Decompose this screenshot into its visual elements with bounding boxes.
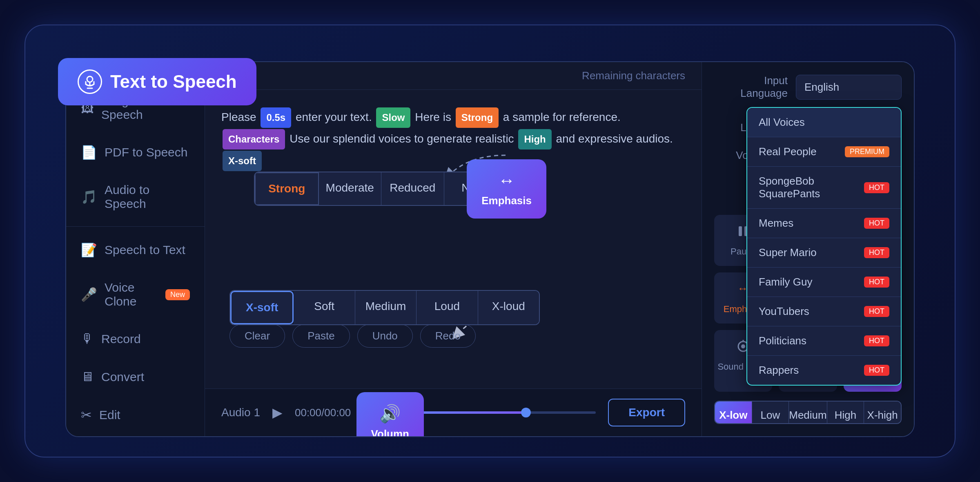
dropdown-family-guy[interactable]: Family Guy HOT (747, 268, 901, 297)
main-content: Remaining characters Please 0.5s enter y… (205, 62, 702, 436)
outer-frame: Text to Speech 🖼 Image to Speech 📄 PDF t… (24, 25, 956, 457)
progress-dot (521, 408, 531, 417)
emphasis-reduced[interactable]: Reduced (381, 172, 444, 205)
tag-slow: Slow (376, 107, 410, 128)
input-language-label: Input Language (714, 74, 788, 100)
hot-badge-memes: HOT (864, 218, 889, 229)
volume-label: Volumn (371, 428, 409, 437)
emphasis-moderate[interactable]: Moderate (319, 172, 382, 205)
logo-text: Text to Speech (110, 71, 237, 92)
input-language-value[interactable]: English (796, 75, 902, 100)
dropdown-all-voices[interactable]: All Voices (747, 108, 901, 137)
new-badge: New (165, 289, 190, 300)
tag-0-5s: 0.5s (261, 107, 291, 128)
clear-button[interactable]: Clear (229, 324, 285, 348)
pitch-bar: X-low Low Medium High X-high (714, 401, 902, 424)
record-icon: 🎙 (81, 331, 94, 346)
export-button[interactable]: Export (608, 399, 685, 426)
pitch-xhigh[interactable]: X-high (864, 402, 901, 423)
sidebar-item-speech-to-text[interactable]: 📝 Speech to Text (66, 231, 205, 269)
redo-button[interactable]: Redo (420, 324, 476, 348)
speech-text-icon: 📝 (81, 242, 97, 258)
sidebar-item-record[interactable]: 🎙 Record (66, 320, 205, 358)
dropdown-real-people[interactable]: Real People PREMIUM (747, 137, 901, 167)
text-editor[interactable]: Please 0.5s enter your text. Slow Here i… (205, 90, 702, 388)
pdf-icon: 📄 (81, 145, 97, 160)
hot-badge-politicians: HOT (864, 335, 889, 346)
audio-icon: 🎵 (81, 189, 97, 205)
paste-button[interactable]: Paste (292, 324, 350, 348)
dropdown-memes[interactable]: Memes HOT (747, 209, 901, 238)
tag-characters: Characters (223, 129, 285, 150)
dropdown-youtubers[interactable]: YouTubers HOT (747, 297, 901, 326)
audio-label: Audio 1 (221, 406, 260, 419)
svg-point-0 (87, 76, 93, 82)
pitch-xlow[interactable]: X-low (715, 402, 752, 423)
volume-xloud[interactable]: X-loud (478, 291, 539, 324)
hot-badge-mario: HOT (864, 247, 889, 258)
sidebar-item-edit[interactable]: ✂ Edit (66, 396, 205, 434)
emphasis-popup: ↔ Emphasis (467, 159, 546, 219)
emphasis-strong[interactable]: Strong (255, 172, 319, 205)
input-language-row: Input Language English (714, 74, 902, 100)
logo-badge: Text to Speech (58, 58, 256, 105)
remaining-bar: Remaining characters (205, 62, 702, 90)
audio-player: Audio 1 ▶ 00:00/00:00 Export (205, 388, 702, 436)
convert-icon: 🖥 (81, 369, 94, 384)
logo-icon (78, 69, 102, 94)
edit-icon: ✂ (81, 407, 92, 423)
dropdown-spongebob[interactable]: SpongeBob SquarePants HOT (747, 167, 901, 209)
hot-badge-rappers: HOT (864, 365, 889, 376)
time-label: 00:00/00:00 (295, 406, 351, 419)
sidebar: 🖼 Image to Speech 📄 PDF to Speech 🎵 Audi… (66, 62, 205, 436)
volume-popup: 🔊 Volumn (356, 392, 424, 437)
play-button[interactable]: ▶ (272, 405, 283, 420)
emphasis-label: Emphasis (481, 194, 532, 207)
hot-badge-spongebob: HOT (864, 182, 889, 193)
hot-badge-youtubers: HOT (864, 306, 889, 317)
sidebar-item-voice-clone[interactable]: 🎤 Voice Clone New (66, 269, 205, 320)
svg-point-17 (741, 344, 745, 348)
dropdown-menu: All Voices Real People PREMIUM SpongeBob… (746, 107, 902, 386)
editor-toolbar: Clear Paste Undo Redo (205, 316, 476, 348)
pitch-high[interactable]: High (827, 402, 864, 423)
premium-badge: PREMIUM (845, 146, 889, 157)
pitch-medium[interactable]: Medium (789, 402, 827, 423)
sidebar-item-pdf-to-speech[interactable]: 📄 PDF to Speech (66, 133, 205, 172)
voice-clone-icon: 🎤 (81, 287, 97, 302)
dropdown-rappers[interactable]: Rappers HOT (747, 356, 901, 385)
emphasis-icon: ↔ (498, 171, 515, 190)
dropdown-super-mario[interactable]: Super Mario HOT (747, 238, 901, 268)
tag-strong: Strong (456, 107, 499, 128)
volume-icon: 🔊 (379, 404, 401, 424)
right-panel: Input Language English Output Language E… (702, 62, 914, 436)
hot-badge-family-guy: HOT (864, 277, 889, 288)
app-window: 🖼 Image to Speech 📄 PDF to Speech 🎵 Audi… (65, 61, 915, 437)
sidebar-item-convert[interactable]: 🖥 Convert (66, 358, 205, 396)
dropdown-politicians[interactable]: Politicians HOT (747, 326, 901, 356)
pitch-low[interactable]: Low (752, 402, 789, 423)
sidebar-item-audio-to-speech[interactable]: 🎵 Audio to Speech (66, 172, 205, 222)
svg-rect-5 (739, 226, 742, 236)
undo-button[interactable]: Undo (357, 324, 413, 348)
tag-xsoft: X-soft (223, 151, 262, 171)
